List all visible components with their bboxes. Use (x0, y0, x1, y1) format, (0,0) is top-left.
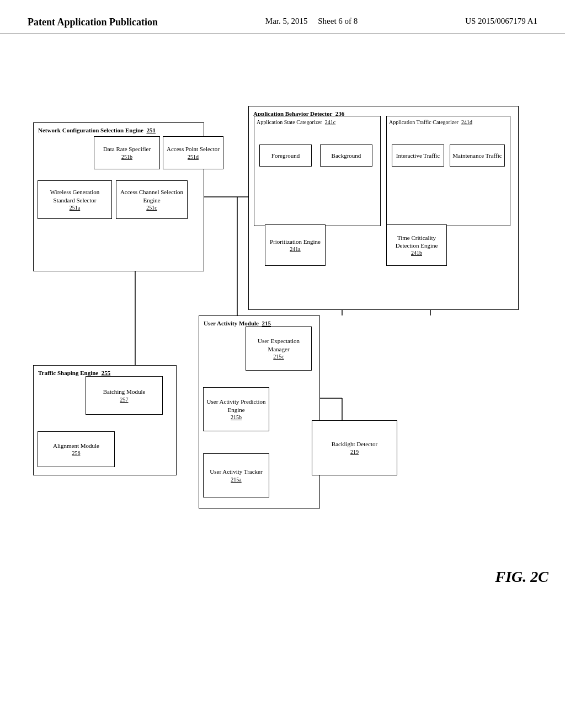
batching-module-box: Batching Module 257 (86, 376, 163, 415)
user-expectation-title: User Expectation Manager (248, 337, 309, 353)
user-activity-pred-title: User Activity Prediction Engine (206, 398, 266, 414)
user-expectation-box: User Expectation Manager 215c (246, 326, 312, 371)
wireless-gen-title: Wireless Generation Standard Selector (40, 188, 109, 204)
maintenance-traffic-label: Maintenance Traffic (452, 152, 502, 159)
app-state-cat-box: Application State Categorizer 241c (254, 116, 381, 226)
user-activity-tracker-box: User Activity Tracker 215a (203, 453, 269, 497)
publication-title: Patent Application Publication (28, 17, 158, 28)
foreground-box: Foreground (259, 144, 312, 167)
user-activity-tracker-label: 215a (231, 476, 241, 483)
foreground-label: Foreground (271, 152, 300, 159)
access-point-title: Access Point Selector (167, 145, 220, 153)
data-rate-title: Data Rate Specifier (103, 145, 151, 153)
batching-module-title: Batching Module (103, 388, 146, 395)
access-channel-title: Access Channel Selection Engine (119, 188, 185, 204)
data-rate-box: Data Rate Specifier 251b (94, 136, 160, 169)
user-activity-tracker-title: User Activity Tracker (210, 468, 262, 475)
diagram-area: Network Configuration Selection Engine 2… (0, 34, 565, 696)
wireless-gen-box: Wireless Generation Standard Selector 25… (38, 180, 112, 219)
background-box: Background (320, 144, 372, 167)
access-channel-box: Access Channel Selection Engine 251c (116, 180, 188, 219)
user-activity-pred-label: 215b (231, 414, 242, 421)
alignment-module-title: Alignment Module (53, 442, 99, 449)
time-criticality-box: Time Criticality Detection Engine 241b (386, 224, 447, 266)
interactive-traffic-label: Interactive Traffic (396, 152, 440, 159)
wireless-gen-label: 251a (70, 204, 80, 211)
app-traffic-cat-box: Application Traffic Categorizer 241d (386, 116, 510, 226)
backlight-detector-box: Backlight Detector 219 (312, 420, 397, 475)
access-channel-label: 251c (146, 204, 157, 211)
alignment-module-label: 256 (72, 449, 81, 457)
user-activity-pred-box: User Activity Prediction Engine 215b (203, 387, 269, 431)
background-label: Background (332, 152, 361, 159)
publication-date: Mar. 5, 2015 (265, 17, 308, 25)
time-criticality-title: Time Criticality Detection Engine (389, 234, 444, 250)
figure-label: FIG. 2C (495, 568, 548, 586)
interactive-traffic-box: Interactive Traffic (392, 144, 444, 167)
data-rate-label: 251b (121, 153, 132, 160)
batching-module-label: 257 (120, 396, 129, 403)
time-criticality-label: 241b (411, 249, 422, 256)
prioritization-box: Prioritization Engine 241a (265, 224, 326, 266)
prioritization-label: 241a (290, 245, 300, 253)
alignment-module-box: Alignment Module 256 (38, 431, 115, 467)
sheet-info: Sheet 6 of 8 (318, 17, 358, 25)
header-center: Mar. 5, 2015 Sheet 6 of 8 (265, 17, 358, 26)
maintenance-traffic-box: Maintenance Traffic (450, 144, 505, 167)
prioritization-title: Prioritization Engine (270, 238, 321, 245)
publication-number: US 2015/0067179 A1 (465, 17, 537, 26)
user-expectation-label: 215c (273, 353, 284, 360)
access-point-box: Access Point Selector 251d (163, 136, 223, 169)
backlight-detector-title: Backlight Detector (332, 440, 377, 448)
access-point-label: 251d (188, 153, 199, 160)
page-header: Patent Application Publication Mar. 5, 2… (0, 0, 565, 34)
backlight-detector-label: 219 (350, 448, 359, 456)
